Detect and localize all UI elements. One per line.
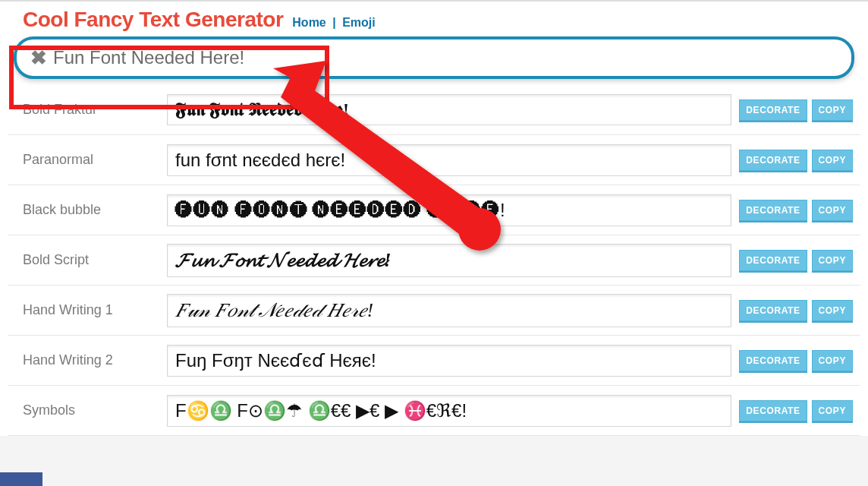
font-row-actions: DECORATECOPY <box>739 300 853 321</box>
clear-icon[interactable]: ✖ <box>27 48 53 68</box>
font-row-label: Bold Script <box>23 252 159 268</box>
nav-separator: | <box>332 16 335 29</box>
decorate-button[interactable]: DECORATE <box>739 400 807 421</box>
decorate-button[interactable]: DECORATE <box>739 350 807 371</box>
font-row-actions: DECORATECOPY <box>739 350 853 371</box>
font-row: Black bubble🅕🅤🅝 🅕🅞🅝🅣 🅝🅔🅔🅓🅔🅓 🅗🅔🅡🅔!DECORAT… <box>8 185 860 235</box>
font-row-output[interactable]: fun fσnt nєєdєd hєrє! <box>167 144 731 176</box>
font-row: Bold Script𝓕𝓾𝓷 𝓕𝓸𝓷𝓽 𝓝𝓮𝓮𝓭𝓮𝓭 𝓗𝓮𝓻𝓮!DECORATE… <box>8 235 860 286</box>
font-row-label: Black bubble <box>23 202 159 218</box>
font-row-label: Paranormal <box>23 152 159 168</box>
font-row-output[interactable]: F♋♎ F⊙♎☂ ♎€€ ▶€ ▶ ♓€ℜ€! <box>167 395 731 427</box>
font-row-output[interactable]: 𝐹𝓊𝓃 𝐹𝑜𝓃𝓉 𝒩𝑒𝑒𝒹𝑒𝒹 𝐻𝑒𝓇𝑒! <box>167 294 731 327</box>
copy-button[interactable]: COPY <box>812 400 853 421</box>
text-input-container: ✖ <box>14 36 854 79</box>
decorate-button[interactable]: DECORATE <box>739 250 807 271</box>
main-text-input[interactable] <box>53 47 841 68</box>
font-row-label: Hand Writing 2 <box>23 352 159 368</box>
font-row-output[interactable]: 𝓕𝓾𝓷 𝓕𝓸𝓷𝓽 𝓝𝓮𝓮𝓭𝓮𝓭 𝓗𝓮𝓻𝓮! <box>167 244 731 277</box>
font-row-actions: DECORATECOPY <box>739 150 853 171</box>
nav-emoji-link[interactable]: Emoji <box>342 16 376 29</box>
font-row: Paranormalfun fσnt nєєdєd hєrє!DECORATEC… <box>8 135 860 185</box>
decorate-button[interactable]: DECORATE <box>739 99 807 121</box>
font-row-label: Hand Writing 1 <box>23 302 159 318</box>
copy-button[interactable]: COPY <box>812 200 853 221</box>
copy-button[interactable]: COPY <box>812 99 853 121</box>
font-row-actions: DECORATECOPY <box>739 400 853 421</box>
font-row-output[interactable]: Fuŋ Fσŋт Nєєɗєɗ Hєяє! <box>167 345 731 377</box>
font-row: Hand Writing 2Fuŋ Fσŋт Nєєɗєɗ Hєяє!DECOR… <box>8 336 860 386</box>
decorate-button[interactable]: DECORATE <box>739 200 807 221</box>
brand-title: Cool Fancy Text Generator <box>23 8 283 32</box>
font-row-actions: DECORATECOPY <box>739 250 853 271</box>
font-row: Hand Writing 1𝐹𝓊𝓃 𝐹𝑜𝓃𝓉 𝒩𝑒𝑒𝒹𝑒𝒹 𝐻𝑒𝓇𝑒!DECOR… <box>8 286 860 336</box>
font-row-label: Bold Fraktur <box>23 102 159 118</box>
facebook-share-stub[interactable] <box>0 472 42 486</box>
decorate-button[interactable]: DECORATE <box>739 300 807 321</box>
font-row: Bold Fraktur𝕱𝖚𝖓 𝕱𝖔𝖓𝖙 𝕹𝖊𝖊𝖉𝖊𝖉 𝕳𝖊𝖗𝖊!DECORAT… <box>8 85 860 135</box>
font-row-actions: DECORATECOPY <box>739 200 853 221</box>
font-row-label: Symbols <box>23 402 159 418</box>
font-row: SymbolsF♋♎ F⊙♎☂ ♎€€ ▶€ ▶ ♓€ℜ€!DECORATECO… <box>8 386 860 436</box>
font-row-output[interactable]: 🅕🅤🅝 🅕🅞🅝🅣 🅝🅔🅔🅓🅔🅓 🅗🅔🅡🅔! <box>167 194 731 226</box>
copy-button[interactable]: COPY <box>812 250 853 271</box>
decorate-button[interactable]: DECORATE <box>739 150 807 171</box>
nav-links: Home | Emoji <box>292 16 375 30</box>
font-row-output[interactable]: 𝕱𝖚𝖓 𝕱𝖔𝖓𝖙 𝕹𝖊𝖊𝖉𝖊𝖉 𝕳𝖊𝖗𝖊! <box>167 94 731 125</box>
font-row-actions: DECORATECOPY <box>739 99 853 121</box>
copy-button[interactable]: COPY <box>812 300 853 321</box>
nav-home-link[interactable]: Home <box>292 16 326 29</box>
copy-button[interactable]: COPY <box>812 350 853 371</box>
copy-button[interactable]: COPY <box>812 150 853 171</box>
